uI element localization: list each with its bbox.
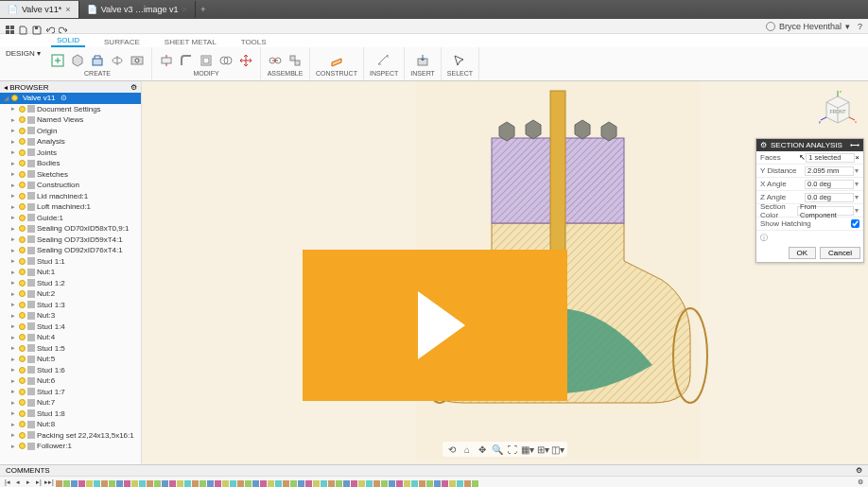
chevron-down-icon[interactable]: ▾ xyxy=(854,206,859,215)
zoom-icon[interactable]: 🔍 xyxy=(492,444,503,455)
timeline-feature[interactable] xyxy=(124,480,130,487)
play-video-overlay[interactable] xyxy=(303,250,567,401)
tree-item[interactable]: ▸Document Settings xyxy=(0,104,141,115)
workspace-menu[interactable]: DESIGN ▾ xyxy=(6,49,41,58)
timeline-feature[interactable] xyxy=(275,480,282,487)
tree-item[interactable]: ▸Sealing OD70xID58xT0,9:1 xyxy=(0,223,141,235)
tree-item[interactable]: ▸Sealing OD92xID76xT4:1 xyxy=(0,245,141,256)
timeline-feature[interactable] xyxy=(71,480,78,487)
close-icon[interactable]: × xyxy=(182,5,187,14)
timeline-feature[interactable] xyxy=(101,480,108,487)
press-pull-icon[interactable] xyxy=(158,52,175,69)
shell-icon[interactable] xyxy=(198,52,215,69)
timeline-feature[interactable] xyxy=(426,480,433,487)
tree-item[interactable]: ▸Origin xyxy=(0,126,141,137)
timeline-settings-icon[interactable]: ⚙ xyxy=(857,478,864,486)
tree-item[interactable]: ▸Stud 1:4 xyxy=(0,322,141,333)
tree-item[interactable]: ▸Nut:4 xyxy=(0,332,141,343)
timeline-feature[interactable] xyxy=(290,480,297,487)
tree-item[interactable]: ▸Nut:2 xyxy=(0,288,141,300)
cursor-icon[interactable]: ↖ xyxy=(799,153,806,162)
save-icon[interactable] xyxy=(32,22,42,31)
timeline-feature[interactable] xyxy=(260,480,267,487)
timeline-feature[interactable] xyxy=(192,480,199,487)
tree-item[interactable]: ▸Named Views xyxy=(0,114,141,126)
timeline-feature[interactable] xyxy=(245,480,252,487)
tree-item[interactable]: ▸Sealing OD73xID59xT4:1 xyxy=(0,235,141,246)
timeline-feature[interactable] xyxy=(472,480,478,487)
tree-root[interactable]: ◢ Valve v11 ⊙ xyxy=(0,93,141,104)
timeline-feature[interactable] xyxy=(434,480,441,487)
tree-item[interactable]: ▸Packing set 22,24x13,5x16:1 xyxy=(0,430,141,442)
timeline-feature[interactable] xyxy=(321,480,327,487)
timeline-feature[interactable] xyxy=(94,480,100,487)
tab-solid[interactable]: SOLID xyxy=(51,35,85,47)
combine-icon[interactable] xyxy=(217,52,234,69)
chevron-down-icon[interactable]: ▾ xyxy=(854,193,859,201)
fit-icon[interactable]: ⛶ xyxy=(507,444,518,455)
timeline-feature[interactable] xyxy=(358,480,365,487)
timeline-feature[interactable] xyxy=(63,480,70,487)
timeline-feature[interactable] xyxy=(343,480,350,487)
display-settings-icon[interactable]: ▦▾ xyxy=(522,444,533,455)
xangle-input[interactable]: 0.0 deg xyxy=(805,180,854,189)
timeline-feature[interactable] xyxy=(116,480,123,487)
section-color-select[interactable]: From Component xyxy=(797,206,854,216)
timeline-feature[interactable] xyxy=(336,480,342,487)
measure-icon[interactable] xyxy=(375,52,392,69)
tab-sheet-metal[interactable]: SHEET METAL xyxy=(159,37,222,47)
timeline-feature[interactable] xyxy=(268,480,274,487)
timeline-feature[interactable] xyxy=(86,480,93,487)
timeline-feature[interactable] xyxy=(154,480,161,487)
timeline-feature[interactable] xyxy=(381,480,388,487)
timeline-feature[interactable] xyxy=(373,480,380,487)
tree-item[interactable]: ▸Nut:5 xyxy=(0,354,141,365)
revolve-icon[interactable] xyxy=(109,52,126,69)
comments-bar[interactable]: COMMENTS ⚙ xyxy=(0,464,868,476)
timeline-feature[interactable] xyxy=(215,480,221,487)
timeline-feature[interactable] xyxy=(396,480,403,487)
select-icon[interactable] xyxy=(451,52,468,69)
timeline-feature[interactable] xyxy=(252,480,259,487)
timeline-feature[interactable] xyxy=(147,480,153,487)
tree-item[interactable]: ▸Construction xyxy=(0,180,141,191)
timeline-feature[interactable] xyxy=(328,480,335,487)
insert-icon[interactable] xyxy=(414,52,431,69)
timeline-feature[interactable] xyxy=(298,480,304,487)
timeline-feature[interactable] xyxy=(131,480,138,487)
timeline-feature[interactable] xyxy=(389,480,395,487)
timeline-feature[interactable] xyxy=(169,480,176,487)
timeline-feature[interactable] xyxy=(56,480,62,487)
tree-item[interactable]: ▸Stud 1:5 xyxy=(0,343,141,355)
timeline-start-icon[interactable]: |◂ xyxy=(4,478,11,486)
zangle-input[interactable]: 0.0 deg xyxy=(805,193,854,202)
timeline-feature[interactable] xyxy=(464,480,471,487)
tree-item[interactable]: ▸Follower:1 xyxy=(0,441,141,452)
new-tab-button[interactable]: + xyxy=(196,5,211,14)
ydist-input[interactable]: 2.095 mm xyxy=(805,166,854,176)
tree-item[interactable]: ▸Stud 1:2 xyxy=(0,278,141,289)
tree-item[interactable]: ▸Analysis xyxy=(0,136,141,148)
as-built-joint-icon[interactable] xyxy=(286,52,304,69)
timeline-feature[interactable] xyxy=(78,480,85,487)
document-tab-0[interactable]: 📄 Valve v11* × xyxy=(0,1,79,18)
timeline-feature[interactable] xyxy=(109,480,115,487)
tree-item[interactable]: ▸Stud 1:1 xyxy=(0,256,141,268)
box-icon[interactable] xyxy=(69,52,86,69)
redo-icon[interactable] xyxy=(59,22,68,31)
close-icon[interactable]: × xyxy=(65,5,70,14)
tree-item[interactable]: ▸Nut:1 xyxy=(0,267,141,278)
hole-icon[interactable] xyxy=(129,52,146,69)
user-menu[interactable]: Bryce Heventhal ▾ ? xyxy=(766,22,862,31)
timeline-feature[interactable] xyxy=(457,480,463,487)
plane-icon[interactable] xyxy=(328,52,345,69)
grid-icon[interactable] xyxy=(6,22,15,31)
timeline-feature[interactable] xyxy=(283,480,289,487)
file-icon[interactable] xyxy=(19,22,28,31)
tree-item[interactable]: ▸Stud 1:7 xyxy=(0,387,141,398)
timeline-feature[interactable] xyxy=(442,480,448,487)
tree-item[interactable]: ▸Guide:1 xyxy=(0,213,141,224)
tree-item[interactable]: ▸Nut:8 xyxy=(0,419,141,430)
joint-icon[interactable] xyxy=(267,52,284,69)
timeline-feature[interactable] xyxy=(200,480,206,487)
